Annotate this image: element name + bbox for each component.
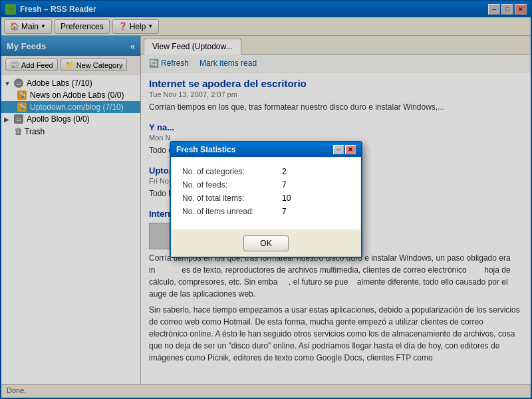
stat-row-total-items: No. of total items: 10 [182, 194, 350, 203]
stat-unread-label: No. of items unread: [182, 207, 282, 216]
stat-row-unread: No. of items unread: 7 [182, 207, 350, 216]
stat-categories-label: No. of categories: [182, 167, 282, 176]
stat-categories-value: 2 [282, 167, 287, 176]
modal-title-controls: ─ ✕ [333, 145, 356, 154]
statistics-modal: Fresh Statistics ─ ✕ No. of categories: … [170, 141, 362, 258]
stat-total-label: No. of total items: [182, 194, 282, 203]
stat-row-feeds: No. of feeds: 7 [182, 180, 350, 190]
modal-minimize-button[interactable]: ─ [333, 145, 344, 154]
ok-button[interactable]: OK [243, 235, 288, 251]
modal-body: No. of categories: 2 No. of feeds: 7 No.… [172, 158, 360, 229]
modal-close-button[interactable]: ✕ [345, 145, 356, 154]
modal-overlay: Fresh Statistics ─ ✕ No. of categories: … [0, 0, 532, 399]
stat-total-value: 10 [282, 194, 291, 203]
modal-footer: OK [171, 230, 361, 257]
stat-unread-value: 7 [282, 207, 287, 216]
modal-title: Fresh Statistics [176, 145, 235, 154]
stat-feeds-value: 7 [282, 180, 287, 190]
stat-feeds-label: No. of feeds: [182, 180, 282, 190]
stat-row-categories: No. of categories: 2 [182, 167, 350, 176]
modal-title-bar: Fresh Statistics ─ ✕ [171, 142, 361, 157]
